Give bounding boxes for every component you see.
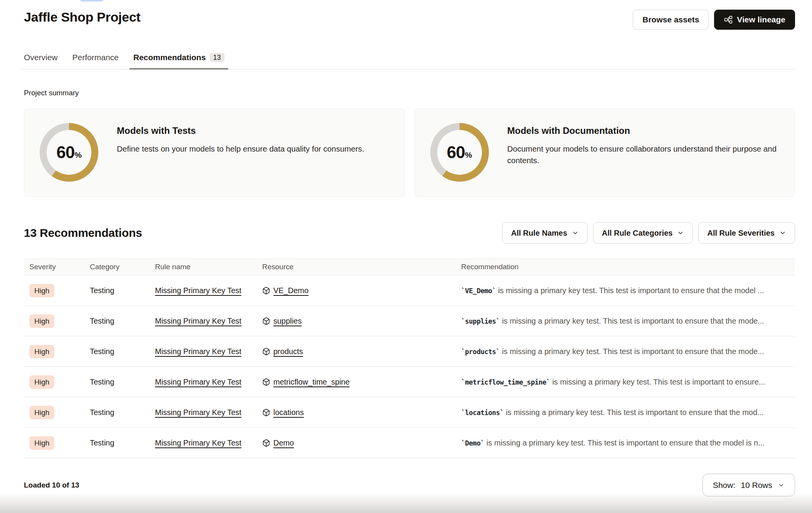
rule-name-link[interactable]: Missing Primary Key Test	[155, 408, 241, 417]
recommendation-text: `metricflow_time_spine` is missing a pri…	[461, 378, 765, 386]
severity-badge: High	[29, 314, 54, 328]
resource-cell: products	[262, 347, 450, 356]
column-header-rule-name: Rule name	[150, 259, 257, 275]
donut-percent-value: 60	[56, 143, 74, 162]
header-actions: Browse assets View lineage	[633, 10, 795, 30]
page-content: Jaffle Shop Project Browse assets View l…	[0, 0, 812, 496]
page-title: Jaffle Shop Project	[24, 10, 140, 25]
resource-link[interactable]: VE_Demo	[273, 286, 308, 295]
resource-cell: metricflow_time_spine	[262, 378, 450, 386]
category-cell: Testing	[84, 306, 150, 336]
recommendation-rest: is missing a primary key test. This test…	[504, 408, 763, 417]
category-cell: Testing	[84, 397, 150, 428]
recommendation-rest: is missing a primary key test. This test…	[484, 439, 765, 447]
tab-overview[interactable]: Overview	[20, 49, 62, 69]
filter-rule-categories-label: All Rule Categories	[602, 229, 672, 238]
model-cube-icon	[262, 287, 270, 295]
column-header-category: Category	[84, 259, 150, 275]
donut-chart-tests: 60%	[40, 123, 98, 182]
tab-recommendations-count-badge: 13	[210, 53, 224, 62]
resource-cell: supplies	[262, 317, 450, 326]
resource-cell: locations	[262, 408, 450, 417]
recommendation-rest: is missing a primary key test. This test…	[500, 317, 764, 325]
filter-rule-names[interactable]: All Rule Names	[502, 222, 588, 244]
card-description: Define tests on your models to help ensu…	[117, 143, 364, 155]
card-text: Models with Tests Define tests on your m…	[117, 123, 364, 155]
recommendation-code: `metricflow_time_spine`	[461, 378, 550, 386]
table-body: High Testing Missing Primary Key Test VE…	[24, 275, 795, 458]
rule-name-link[interactable]: Missing Primary Key Test	[155, 286, 241, 295]
model-cube-icon	[262, 378, 270, 386]
show-rows-label: Show:	[713, 481, 735, 490]
chevron-down-icon	[572, 230, 579, 236]
category-cell: Testing	[84, 275, 150, 306]
recommendation-code: `supplies`	[461, 317, 500, 325]
percent-sign: %	[74, 150, 82, 160]
donut-percent-value: 60	[447, 143, 465, 162]
chevron-down-icon	[677, 230, 684, 236]
recommendation-rest: is missing a primary key test. This test…	[496, 286, 764, 295]
model-cube-icon	[262, 408, 270, 417]
recommendations-header: 13 Recommendations All Rule Names All Ru…	[24, 222, 795, 244]
resource-link[interactable]: Demo	[273, 439, 294, 447]
chevron-down-icon	[779, 230, 786, 236]
rule-name-link[interactable]: Missing Primary Key Test	[155, 317, 241, 325]
severity-badge: High	[29, 375, 54, 389]
summary-cards: 60% Models with Tests Define tests on yo…	[24, 109, 795, 197]
browse-assets-button[interactable]: Browse assets	[633, 10, 709, 30]
lineage-icon	[724, 15, 733, 24]
tab-recommendations-label: Recommendations	[133, 53, 206, 62]
category-cell: Testing	[84, 428, 150, 458]
recommendation-text: `VE_Demo` is missing a primary key test.…	[461, 286, 764, 295]
filter-rule-categories[interactable]: All Rule Categories	[593, 222, 693, 244]
view-lineage-button[interactable]: View lineage	[714, 10, 795, 30]
chevron-down-icon	[778, 482, 785, 489]
card-text: Models with Documentation Document your …	[507, 123, 780, 166]
tab-bar: Overview Performance Recommendations 13	[20, 49, 795, 69]
show-rows-dropdown[interactable]: Show: 10 Rows	[702, 474, 795, 496]
table-row: High Testing Missing Primary Key Test lo…	[24, 397, 795, 428]
donut-chart-documentation: 60%	[430, 123, 489, 182]
category-cell: Testing	[84, 336, 150, 367]
donut-label: 60%	[430, 123, 489, 182]
rule-name-link[interactable]: Missing Primary Key Test	[155, 378, 241, 386]
filter-rule-severities-label: All Rule Severities	[707, 229, 775, 238]
resource-link[interactable]: supplies	[273, 317, 302, 326]
severity-badge: High	[29, 406, 54, 419]
recommendation-text: `Demo` is missing a primary key test. Th…	[461, 439, 765, 447]
rule-name-link[interactable]: Missing Primary Key Test	[155, 439, 241, 447]
resource-link[interactable]: products	[273, 347, 303, 356]
card-title: Models with Documentation	[507, 125, 780, 136]
column-header-severity: Severity	[24, 259, 84, 275]
table-row: High Testing Missing Primary Key Test pr…	[24, 336, 795, 367]
model-cube-icon	[262, 348, 270, 356]
table-footer: Loaded 10 of 13 Show: 10 Rows	[24, 474, 795, 496]
column-header-recommendation: Recommendation	[456, 259, 795, 275]
recommendations-heading: 13 Recommendations	[24, 226, 142, 240]
browse-assets-label: Browse assets	[642, 15, 699, 24]
severity-badge: High	[29, 284, 54, 297]
recommendation-text: `products` is missing a primary key test…	[461, 347, 764, 356]
filter-rule-severities[interactable]: All Rule Severities	[698, 222, 795, 244]
recommendation-code: `products`	[461, 348, 500, 356]
view-lineage-label: View lineage	[737, 15, 785, 24]
page-header: Jaffle Shop Project Browse assets View l…	[24, 0, 795, 30]
recommendation-text: `supplies` is missing a primary key test…	[461, 317, 764, 325]
project-summary-label: Project summary	[24, 89, 795, 97]
tab-performance[interactable]: Performance	[69, 49, 123, 69]
tab-performance-label: Performance	[72, 53, 119, 62]
tab-recommendations[interactable]: Recommendations 13	[130, 49, 228, 69]
resource-link[interactable]: locations	[273, 408, 304, 417]
summary-card-tests: 60% Models with Tests Define tests on yo…	[24, 109, 405, 197]
tab-overview-label: Overview	[24, 53, 58, 62]
resource-link[interactable]: metricflow_time_spine	[273, 378, 350, 386]
recommendation-rest: is missing a primary key test. This test…	[550, 378, 765, 386]
table-header: Severity Category Rule name Resource Rec…	[24, 259, 795, 275]
rule-name-link[interactable]: Missing Primary Key Test	[155, 347, 241, 356]
table-row: High Testing Missing Primary Key Test me…	[24, 367, 795, 397]
filter-bar: All Rule Names All Rule Categories All R…	[502, 222, 795, 244]
resource-cell: Demo	[262, 439, 450, 447]
recommendation-text: `locations` is missing a primary key tes…	[461, 408, 764, 417]
recommendation-rest: is missing a primary key test. This test…	[500, 347, 764, 356]
model-cube-icon	[262, 317, 270, 325]
